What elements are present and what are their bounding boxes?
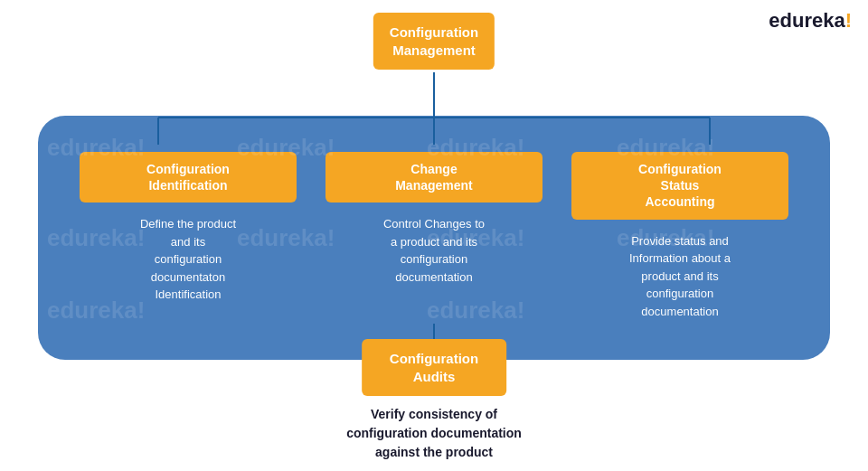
- configuration-identification-column: Configuration Identification Define the …: [80, 152, 297, 304]
- page-container: edureka! Configuration Management edurek…: [0, 0, 868, 471]
- configuration-management-box: Configuration Management: [373, 13, 495, 70]
- blue-container: edureka! edureka! edureka! edureka! edur…: [38, 116, 830, 360]
- configuration-identification-label: Configuration Identification: [146, 162, 230, 193]
- configuration-identification-box: Configuration Identification: [80, 152, 297, 203]
- change-management-box: Change Management: [326, 152, 542, 203]
- configuration-status-accounting-desc: Provide status and Information about a p…: [629, 232, 731, 321]
- configuration-status-accounting-column: Configuration Status Accounting Provide …: [571, 152, 788, 320]
- bottom-section: Configuration Audits Verify consistency …: [346, 339, 522, 462]
- config-id-description: Define the product and its configuration…: [140, 217, 236, 301]
- exclamation: !: [845, 9, 852, 32]
- configuration-status-accounting-label: Configuration Status Accounting: [638, 162, 722, 209]
- config-status-description: Provide status and Information about a p…: [629, 234, 731, 318]
- configuration-audits-box: Configuration Audits: [362, 339, 506, 396]
- change-management-label: Change Management: [395, 162, 473, 193]
- configuration-audits-label: Configuration Audits: [390, 351, 478, 384]
- edureka-logo: edureka!: [769, 9, 852, 33]
- change-management-desc: Control Changes to a product and its con…: [383, 215, 485, 286]
- configuration-management-label: Configuration Management: [390, 24, 478, 58]
- change-management-column: Change Management Control Changes to a p…: [326, 152, 542, 286]
- top-box-container: Configuration Management: [373, 13, 495, 70]
- configuration-audits-desc: Verify consistency of configuration docu…: [346, 405, 522, 462]
- watermark-10: edureka!: [427, 297, 524, 325]
- audits-description-text: Verify consistency of configuration docu…: [346, 407, 522, 459]
- configuration-identification-desc: Define the product and its configuration…: [140, 215, 236, 304]
- configuration-status-accounting-box: Configuration Status Accounting: [571, 152, 788, 220]
- change-mgmt-description: Control Changes to a product and its con…: [383, 217, 485, 284]
